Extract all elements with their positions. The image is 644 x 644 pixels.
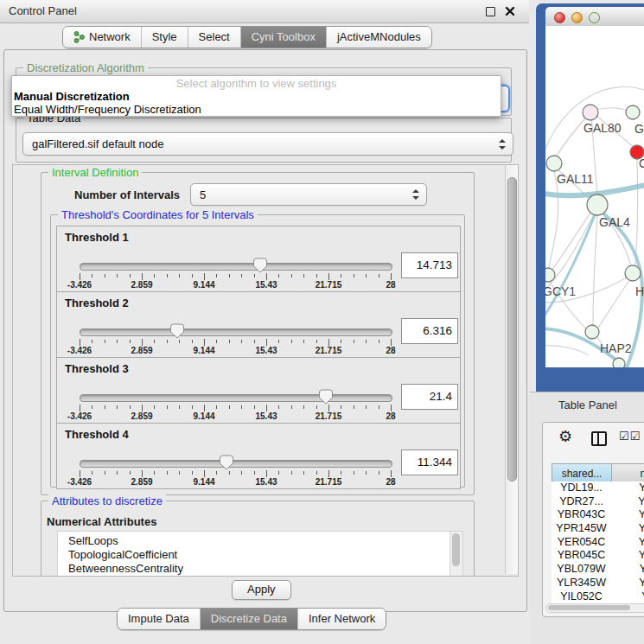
close-traffic-light[interactable]: [554, 12, 565, 23]
table-body: YDL19...YDL1YDR27...YDR2YBR043CYBR0YPR14…: [552, 481, 644, 603]
numerical-attributes-list: SelfLoops TopologicalCoefficient Between…: [57, 531, 463, 577]
control-panel-tabs: Network Style Select Cyni Toolbox jActiv…: [62, 26, 432, 48]
numerical-attributes-label: Numerical Attributes: [47, 515, 156, 528]
tab-label: Discretize Data: [211, 612, 287, 625]
control-panel-titlebar: Control Panel: [0, 0, 529, 23]
table-row[interactable]: YBR045CYBR0: [552, 549, 644, 563]
network-node[interactable]: [625, 265, 641, 281]
table-row[interactable]: YER054CYER0: [552, 536, 644, 550]
threshold-value-field[interactable]: 21.4: [401, 384, 458, 410]
node-label: HAP2: [600, 341, 632, 355]
interval-definition-group: Interval Definition Number of Intervals …: [41, 172, 475, 495]
dropdown-option-equal-width[interactable]: Equal Width/Frequency Discretization: [12, 103, 501, 116]
table-row[interactable]: YBL079WYBL0: [552, 563, 644, 577]
tab-impute-data[interactable]: Impute Data: [118, 609, 201, 629]
threshold-value-field[interactable]: 14.713: [401, 252, 458, 278]
slider-tick-labels: -3.4262.8599.14415.4321.71528: [80, 477, 391, 487]
group-title: Threshold's Coordinates for 5 Intervals: [58, 208, 258, 221]
attributes-group: Attributes to discretize Numerical Attri…: [41, 501, 475, 577]
combo-arrows-icon: [412, 189, 419, 200]
network-node[interactable]: [545, 268, 555, 282]
slider-handle[interactable]: [319, 389, 333, 405]
threshold-label: Threshold 1: [65, 231, 129, 244]
dropdown-option-manual[interactable]: Manual Discretization: [12, 90, 501, 103]
tab-select[interactable]: Select: [188, 27, 241, 48]
network-view-window: GAL80GCGAL11GAL4HGCY1HAP2: [536, 3, 644, 392]
checkbox-icons[interactable]: ☑☑: [619, 430, 641, 443]
number-of-intervals-combobox[interactable]: 5: [190, 183, 427, 206]
thresholds-group: Threshold's Coordinates for 5 Intervals …: [50, 214, 465, 488]
column-header-shared-name[interactable]: shared...: [552, 463, 612, 483]
threshold-label: Threshold 2: [65, 296, 129, 309]
gear-icon[interactable]: ⚙: [558, 428, 572, 445]
list-item[interactable]: BetweennessCentrality: [58, 562, 462, 576]
slider-handle[interactable]: [253, 258, 267, 273]
dropdown-hint: Select algorithm to view settings: [12, 76, 501, 90]
group-title: Interval Definition: [48, 166, 142, 179]
table-row[interactable]: YIL052CYIL0: [552, 590, 644, 604]
network-node[interactable]: [626, 105, 640, 119]
node-label: G: [634, 122, 644, 136]
slider-handle[interactable]: [170, 323, 184, 339]
threshold-slider-track[interactable]: [80, 460, 392, 468]
table-row[interactable]: YPR145WYPR1: [552, 522, 644, 536]
node-label: GCY1: [545, 284, 576, 298]
close-icon[interactable]: [505, 6, 515, 16]
tab-label: Impute Data: [128, 612, 189, 625]
threshold-slider-track[interactable]: [80, 394, 392, 402]
table-row[interactable]: YDL19...YDL1: [552, 481, 644, 495]
split-table-icon[interactable]: [591, 431, 607, 446]
network-node[interactable]: [583, 105, 598, 120]
threshold-label: Threshold 4: [65, 428, 129, 441]
list-scrollbar[interactable]: [450, 532, 462, 577]
threshold-slider-track[interactable]: [80, 328, 392, 336]
combo-value: galFiltered.sif default node: [32, 137, 163, 150]
zoom-traffic-light[interactable]: [589, 12, 600, 23]
node-label: GAL4: [599, 215, 630, 229]
apply-button[interactable]: Apply: [232, 580, 291, 600]
tab-label: Select: [199, 30, 230, 43]
table-row[interactable]: YBR043CYBR0: [552, 508, 644, 522]
horizontal-scrollbar[interactable]: [545, 603, 644, 613]
bottom-tabs: Impute Data Discretize Data Infer Networ…: [117, 608, 386, 630]
network-node[interactable]: [546, 156, 562, 171]
tab-label: Infer Network: [309, 612, 375, 625]
combo-arrows-icon: [499, 139, 506, 150]
slider-handle[interactable]: [220, 455, 233, 470]
float-window-icon[interactable]: [486, 7, 495, 16]
column-header-name[interactable]: name: [611, 463, 644, 483]
tab-jactivemnodules[interactable]: jActiveMNodules: [327, 27, 431, 48]
tab-style[interactable]: Style: [142, 27, 188, 48]
tab-infer-network[interactable]: Infer Network: [298, 609, 386, 629]
threshold-value-field[interactable]: 6.316: [401, 318, 458, 344]
vertical-scrollbar[interactable]: [505, 165, 518, 574]
network-canvas[interactable]: GAL80GCGAL11GAL4HGCY1HAP2: [545, 26, 644, 367]
node-label: GAL11: [557, 172, 594, 186]
tab-discretize-data[interactable]: Discretize Data: [201, 609, 298, 629]
threshold-2-panel: Threshold 2 -3.4262.8599.14415.4321.7152…: [56, 291, 461, 358]
tab-label: jActiveMNodules: [337, 30, 421, 43]
list-item[interactable]: SelfLoops: [58, 534, 462, 548]
combo-value: 5: [200, 188, 206, 201]
network-node[interactable]: [587, 194, 608, 215]
threshold-slider-track[interactable]: [80, 263, 392, 271]
tab-cyni-toolbox[interactable]: Cyni Toolbox: [241, 27, 327, 48]
table-row[interactable]: YDR27...YDR2: [552, 495, 644, 509]
threshold-3-panel: Threshold 3 -3.4262.8599.14415.4321.7152…: [56, 357, 461, 424]
table-row[interactable]: YLR345WYLR3: [552, 577, 644, 590]
threshold-label: Threshold 3: [65, 362, 129, 375]
panel-title: Control Panel: [9, 4, 77, 17]
network-icon: [73, 31, 85, 43]
minimize-traffic-light[interactable]: [571, 12, 583, 23]
number-of-intervals-label: Number of Intervals: [74, 188, 180, 201]
slider-tick-labels: -3.4262.8599.14415.4321.71528: [80, 346, 391, 355]
network-node[interactable]: [585, 325, 599, 339]
network-node[interactable]: [613, 358, 625, 367]
threshold-value-field[interactable]: 11.344: [401, 450, 458, 475]
control-panel: Control Panel Network Style Select Cyni …: [0, 0, 529, 644]
group-title: Attributes to discretize: [48, 494, 166, 507]
table-data-combobox[interactable]: galFiltered.sif default node: [22, 132, 513, 156]
tab-network[interactable]: Network: [63, 27, 142, 48]
node-label: GAL80: [583, 121, 622, 135]
list-item[interactable]: TopologicalCoefficient: [58, 548, 462, 562]
